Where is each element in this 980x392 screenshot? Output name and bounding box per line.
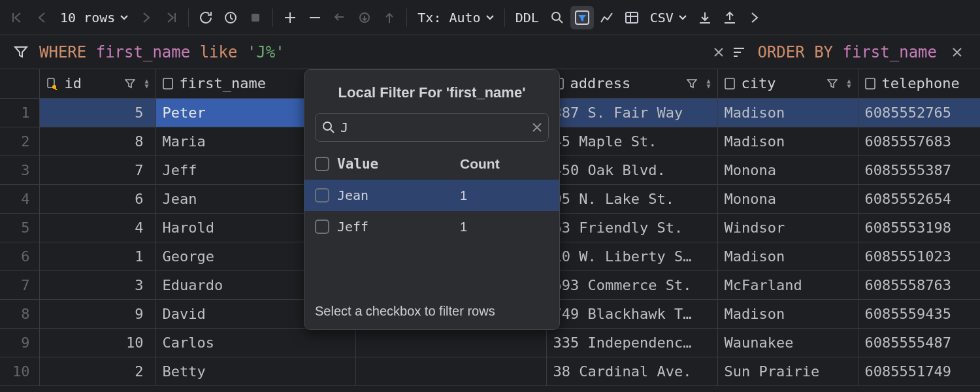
cell-address[interactable]: 450 Oak Blvd. <box>546 155 717 184</box>
column-header-city[interactable]: city ▲▼ <box>717 69 858 98</box>
cell-address[interactable]: 749 Blackhawk T… <box>546 299 717 328</box>
cell-address[interactable]: 63 Friendly St. <box>546 213 717 242</box>
cell-id[interactable]: 10 <box>39 328 155 357</box>
cell-telephone[interactable]: 6085558763 <box>858 270 980 299</box>
cell-city[interactable]: Monona <box>717 184 858 213</box>
cell-last-name[interactable] <box>355 357 546 385</box>
auto-reload-button[interactable] <box>219 6 242 29</box>
cell-last-name[interactable] <box>355 328 546 357</box>
cell-first-name[interactable]: Betty <box>155 357 355 385</box>
cell-city[interactable]: Sun Prairie <box>717 357 858 385</box>
popup-search[interactable] <box>315 113 549 142</box>
separator <box>188 8 189 27</box>
cell-id[interactable]: 3 <box>39 270 155 299</box>
select-all-checkbox[interactable] <box>315 157 329 171</box>
cell-id[interactable]: 8 <box>39 127 155 155</box>
cell-telephone[interactable]: 6085555487 <box>858 328 980 357</box>
cell-city[interactable]: Windsor <box>717 213 858 242</box>
cell-id[interactable]: 7 <box>39 155 155 184</box>
search-button[interactable] <box>546 6 569 29</box>
column-header-id[interactable]: id ▲▼ <box>39 69 155 98</box>
cell-id[interactable]: 4 <box>39 213 155 242</box>
column-header-address[interactable]: address ▲▼ <box>546 69 717 98</box>
cell-address[interactable]: 335 Independenc… <box>546 328 717 357</box>
cell-id[interactable]: 5 <box>39 98 155 127</box>
popup-header-row: Value Count <box>304 148 559 180</box>
filter-icon[interactable] <box>125 78 135 89</box>
cell-first-name[interactable]: Carlos <box>155 328 355 357</box>
sort-toggle[interactable]: ▲▼ <box>847 78 851 89</box>
reload-button[interactable] <box>194 6 218 29</box>
cell-telephone[interactable]: 6085553198 <box>858 213 980 242</box>
filter-option[interactable]: Jeff1 <box>304 211 559 242</box>
first-page-button[interactable] <box>5 6 29 29</box>
cell-address[interactable]: 38 Cardinal Ave. <box>546 357 717 385</box>
filter-option[interactable]: Jean1 <box>304 180 559 211</box>
filter-checkbox[interactable] <box>315 188 329 203</box>
popup-search-input[interactable] <box>340 120 527 135</box>
sort-toggle[interactable]: ▲▼ <box>706 78 710 89</box>
filter-value: Jeff <box>337 219 452 235</box>
separator <box>272 8 273 27</box>
upload-button[interactable] <box>718 6 742 29</box>
clear-sort-button[interactable] <box>946 44 968 61</box>
row-number: 9 <box>0 328 39 357</box>
cell-id[interactable]: 1 <box>39 242 155 270</box>
ddl-button[interactable]: DDL <box>510 6 544 29</box>
row-count-selector[interactable]: 10 rows <box>55 6 133 29</box>
svg-point-3 <box>552 12 560 20</box>
next-page-button[interactable] <box>135 6 158 29</box>
cell-telephone[interactable]: 6085555387 <box>858 155 980 184</box>
cell-address[interactable]: 387 S. Fair Way <box>546 98 717 127</box>
cell-city[interactable]: Madison <box>717 299 858 328</box>
transaction-mode-selector[interactable]: Tx: Auto <box>412 6 498 29</box>
cell-address[interactable]: 05 N. Lake St. <box>546 184 717 213</box>
cell-telephone[interactable]: 6085559435 <box>858 299 980 328</box>
cell-address[interactable]: 45 Maple St. <box>546 127 717 155</box>
cell-city[interactable]: Madison <box>717 127 858 155</box>
cell-telephone[interactable]: 6085551749 <box>858 357 980 385</box>
revert-button[interactable] <box>328 6 351 29</box>
overflow-button[interactable] <box>743 6 766 29</box>
add-row-button[interactable] <box>278 6 302 29</box>
delete-row-button[interactable] <box>303 6 327 29</box>
download-button[interactable] <box>693 6 717 29</box>
clear-filter-button[interactable] <box>708 44 730 61</box>
preview-changes-button[interactable] <box>353 6 376 29</box>
cell-city[interactable]: Madison <box>717 242 858 270</box>
filter-icon[interactable] <box>827 78 838 89</box>
cell-telephone[interactable]: 6085557683 <box>858 127 980 155</box>
table-row[interactable]: 910Carlos335 Independenc…Waunakee6085555… <box>0 328 980 357</box>
stop-button[interactable] <box>244 6 267 29</box>
cell-address[interactable]: 10 W. Liberty S… <box>546 242 717 270</box>
cell-city[interactable]: Waunakee <box>717 328 858 357</box>
tx-label: Tx: Auto <box>417 10 480 25</box>
cell-city[interactable]: Madison <box>717 98 858 127</box>
column-header-telephone[interactable]: telephone <box>858 69 980 98</box>
export-format-selector[interactable]: CSV <box>645 6 692 29</box>
cell-id[interactable]: 9 <box>39 299 155 328</box>
cell-city[interactable]: McFarland <box>717 270 858 299</box>
view-options-button[interactable] <box>620 6 644 29</box>
clear-search-button[interactable] <box>532 123 542 132</box>
cell-address[interactable]: 693 Commerce St. <box>546 270 717 299</box>
cell-id[interactable]: 6 <box>39 184 155 213</box>
cell-city[interactable]: Monona <box>717 155 858 184</box>
filter-icon[interactable] <box>687 78 697 89</box>
cell-telephone[interactable]: 6085551023 <box>858 242 980 270</box>
local-filter-button[interactable] <box>570 6 594 29</box>
filter-checkbox[interactable] <box>315 220 329 234</box>
sort-toggle[interactable]: ▲▼ <box>144 78 148 89</box>
cell-id[interactable]: 2 <box>39 357 155 385</box>
cell-telephone[interactable]: 6085552765 <box>858 98 980 127</box>
last-page-button[interactable] <box>159 6 183 29</box>
prev-page-button[interactable] <box>30 6 54 29</box>
column-label: id <box>65 75 119 91</box>
data-grid[interactable]: id ▲▼ first_name la <box>0 69 980 392</box>
cell-telephone[interactable]: 6085552654 <box>858 184 980 213</box>
popup-title: Local Filter For 'first_name' <box>304 79 559 113</box>
submit-button[interactable] <box>378 6 401 29</box>
row-number: 6 <box>0 242 39 270</box>
chart-view-button[interactable] <box>595 6 619 29</box>
table-row[interactable]: 102Betty38 Cardinal Ave.Sun Prairie60855… <box>0 357 980 385</box>
